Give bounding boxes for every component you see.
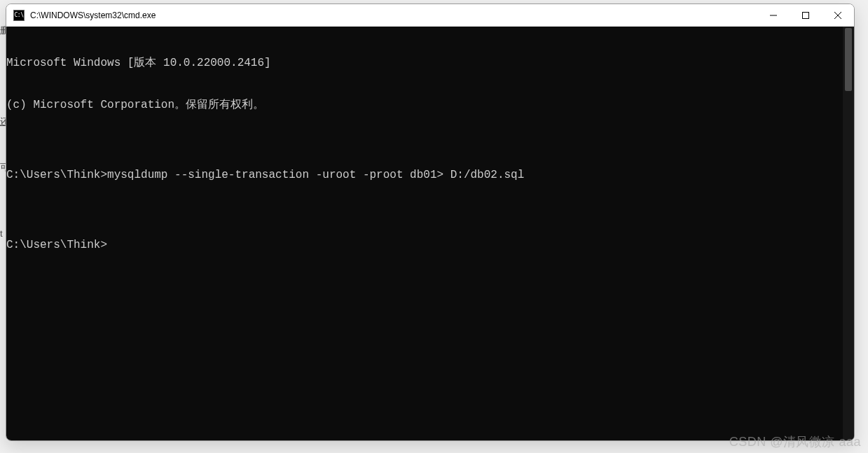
titlebar[interactable]: C:\ C:\WINDOWS\system32\cmd.exe [6, 4, 854, 27]
terminal-line: (c) Microsoft Corporation。保留所有权利。 [6, 98, 854, 112]
terminal-line: C:\Users\Think> [6, 238, 854, 252]
background-text: t [0, 224, 3, 244]
window-title: C:\WINDOWS\system32\cmd.exe [30, 11, 156, 20]
cmd-window: C:\ C:\WINDOWS\system32\cmd.exe Microsof… [6, 4, 855, 441]
vertical-scrollbar[interactable] [843, 27, 854, 440]
terminal-line: C:\Users\Think>mysqldump --single-transa… [6, 168, 854, 182]
svg-rect-0 [803, 12, 809, 18]
cmd-icon: C:\ [13, 10, 25, 21]
minimize-button[interactable] [757, 4, 790, 27]
scrollbar-thumb[interactable] [845, 28, 852, 91]
maximize-button[interactable] [790, 4, 822, 27]
terminal-body[interactable]: Microsoft Windows [版本 10.0.22000.2416] (… [6, 27, 854, 440]
terminal-line: Microsoft Windows [版本 10.0.22000.2416] [6, 56, 854, 70]
close-button[interactable] [822, 4, 854, 27]
